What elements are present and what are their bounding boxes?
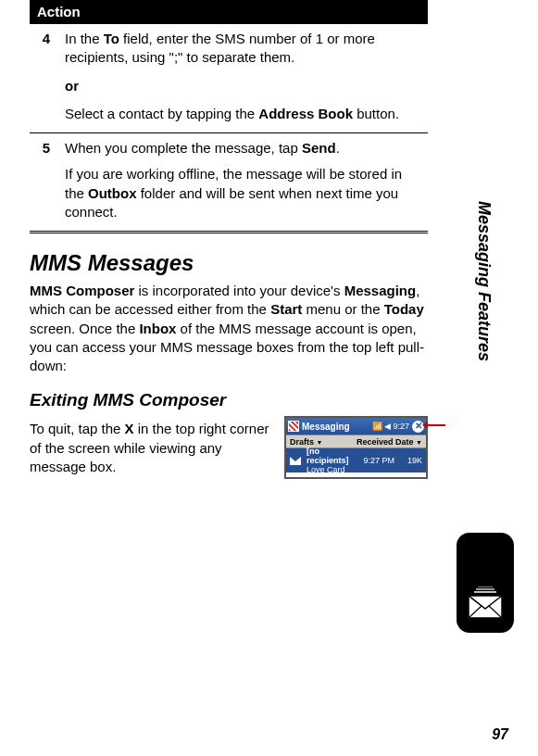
side-section-label: Messaging Features: [474, 201, 494, 361]
titlebar-icons: 📶 ◀ 9:27: [372, 422, 409, 431]
screenshot-mockup: Messaging 📶 ◀ 9:27 ✕ Drafts ▼ Received D…: [284, 416, 428, 479]
mms-heading: MMS Messages: [30, 250, 428, 276]
ui-label-outbox: Outbox: [88, 185, 137, 201]
callout-arrow: [426, 424, 445, 426]
chevron-down-icon: ▼: [416, 439, 422, 446]
screenshot-titlebar: Messaging 📶 ◀ 9:27 ✕: [286, 418, 426, 435]
drafts-label: Drafts: [290, 437, 314, 447]
screenshot-title: Messaging: [302, 422, 369, 432]
action-table: Action 4 In the To field, enter the SMS …: [30, 0, 428, 233]
text: In the: [65, 31, 104, 46]
received-dropdown[interactable]: Received Date ▼: [357, 437, 422, 447]
table-row: 5 When you complete the message, tap Sen…: [30, 133, 428, 233]
text: .: [336, 140, 340, 156]
step-text: When you complete the message, tap Send.…: [57, 133, 428, 233]
mms-paragraph: MMS Composer is incorporated into your d…: [30, 282, 428, 375]
ui-label-mms-composer: MMS Composer: [30, 283, 134, 298]
ui-label-inbox: Inbox: [139, 321, 176, 336]
side-tab: [457, 533, 514, 633]
mail-icon: [290, 457, 301, 465]
sound-icon: ◀: [384, 422, 391, 431]
message-info: [no recipients] Love Card: [307, 447, 357, 474]
row-size: 19K: [407, 456, 422, 465]
ui-label-send: Send: [302, 140, 336, 156]
or-label: or: [65, 77, 420, 95]
envelope-icon: [465, 586, 506, 624]
page-number: 97: [492, 726, 508, 743]
chevron-down-icon: ▼: [317, 439, 323, 446]
text: To quit, tap the: [30, 421, 125, 436]
table-row: 4 In the To field, enter the SMS number …: [30, 24, 428, 133]
text: button.: [353, 106, 399, 121]
exit-paragraph: To quit, tap the X in the top right corn…: [30, 420, 275, 476]
ui-label-start: Start: [270, 301, 302, 317]
step-number: 5: [30, 133, 57, 233]
drafts-dropdown[interactable]: Drafts ▼: [290, 437, 322, 447]
message-row[interactable]: [no recipients] Love Card 9:27 PM 19K: [286, 448, 426, 472]
subject-label: Love Card: [307, 465, 357, 474]
time-label: 9:27: [393, 422, 409, 431]
step-text: In the To field, enter the SMS number of…: [57, 24, 428, 133]
ui-label-address-book: Address Book: [258, 106, 353, 121]
text: is incorporated into your device's: [134, 283, 344, 298]
ui-label-to: To: [104, 31, 119, 46]
text: screen. Once the: [30, 321, 139, 336]
start-flag-icon: [288, 421, 299, 432]
exit-heading: Exiting MMS Composer: [30, 390, 428, 410]
ui-label-today: Today: [384, 301, 424, 317]
text: When you complete the message, tap: [65, 140, 302, 156]
action-header: Action: [30, 0, 428, 24]
received-label: Received Date: [357, 437, 414, 447]
ui-label-messaging: Messaging: [344, 283, 417, 298]
recipients-label: [no recipients]: [307, 447, 349, 465]
signal-icon: 📶: [372, 422, 382, 431]
text: Select a contact by tapping the: [65, 106, 258, 121]
ui-label-x: X: [125, 421, 134, 436]
row-time: 9:27 PM: [363, 456, 394, 465]
step-number: 4: [30, 24, 57, 133]
text: menu or the: [302, 301, 383, 317]
